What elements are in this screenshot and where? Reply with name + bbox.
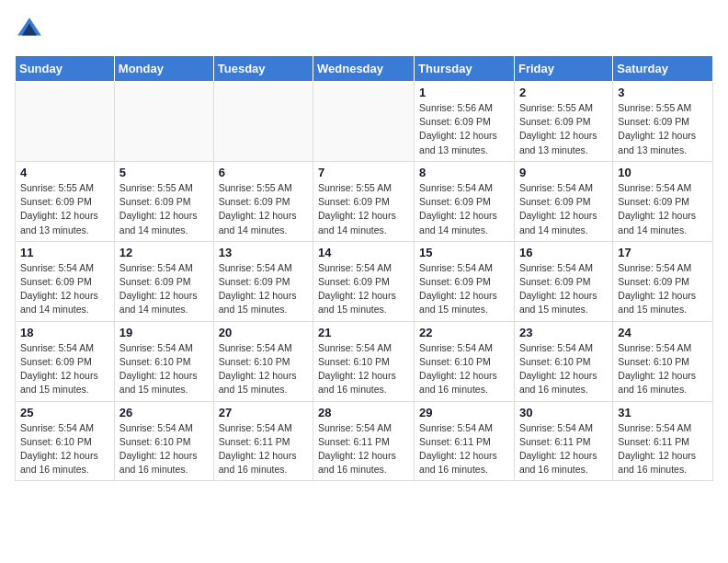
- day-detail: Sunrise: 5:54 AM Sunset: 6:09 PM Dayligh…: [618, 261, 708, 317]
- day-number: 1: [419, 86, 509, 99]
- day-number: 11: [20, 246, 109, 259]
- day-number: 20: [219, 326, 308, 339]
- day-number: 8: [419, 166, 509, 179]
- day-detail: Sunrise: 5:54 AM Sunset: 6:09 PM Dayligh…: [618, 181, 708, 237]
- calendar-cell: 17Sunrise: 5:54 AM Sunset: 6:09 PM Dayli…: [613, 241, 713, 321]
- day-number: 4: [20, 166, 109, 179]
- calendar-cell: 14Sunrise: 5:54 AM Sunset: 6:09 PM Dayli…: [313, 241, 415, 321]
- calendar-cell: 21Sunrise: 5:54 AM Sunset: 6:10 PM Dayli…: [313, 321, 415, 401]
- day-number: 21: [318, 326, 409, 339]
- calendar-cell: 2Sunrise: 5:55 AM Sunset: 6:09 PM Daylig…: [514, 82, 612, 162]
- day-number: 3: [618, 86, 708, 99]
- day-detail: Sunrise: 5:54 AM Sunset: 6:10 PM Dayligh…: [119, 421, 209, 477]
- weekday-header-friday: Friday: [514, 56, 612, 82]
- day-detail: Sunrise: 5:55 AM Sunset: 6:09 PM Dayligh…: [318, 181, 409, 237]
- calendar-cell: 31Sunrise: 5:54 AM Sunset: 6:11 PM Dayli…: [613, 401, 713, 481]
- day-number: 31: [618, 406, 708, 419]
- day-number: 13: [219, 246, 308, 259]
- day-detail: Sunrise: 5:54 AM Sunset: 6:11 PM Dayligh…: [519, 421, 608, 477]
- day-detail: Sunrise: 5:54 AM Sunset: 6:09 PM Dayligh…: [419, 261, 509, 317]
- calendar-cell: 30Sunrise: 5:54 AM Sunset: 6:11 PM Dayli…: [514, 401, 612, 481]
- calendar-cell: 23Sunrise: 5:54 AM Sunset: 6:10 PM Dayli…: [514, 321, 612, 401]
- calendar-table: SundayMondayTuesdayWednesdayThursdayFrid…: [15, 55, 713, 481]
- day-detail: Sunrise: 5:54 AM Sunset: 6:09 PM Dayligh…: [20, 341, 109, 397]
- day-number: 9: [519, 166, 608, 179]
- calendar-cell: 7Sunrise: 5:55 AM Sunset: 6:09 PM Daylig…: [313, 161, 415, 241]
- day-number: 27: [219, 406, 308, 419]
- day-detail: Sunrise: 5:54 AM Sunset: 6:09 PM Dayligh…: [519, 181, 608, 237]
- day-detail: Sunrise: 5:54 AM Sunset: 6:11 PM Dayligh…: [318, 421, 409, 477]
- logo-icon: [15, 15, 44, 44]
- day-number: 7: [318, 166, 409, 179]
- calendar-cell: 11Sunrise: 5:54 AM Sunset: 6:09 PM Dayli…: [16, 241, 115, 321]
- calendar-cell: 8Sunrise: 5:54 AM Sunset: 6:09 PM Daylig…: [415, 161, 515, 241]
- day-number: 25: [20, 406, 109, 419]
- calendar-cell: 16Sunrise: 5:54 AM Sunset: 6:09 PM Dayli…: [514, 241, 612, 321]
- day-detail: Sunrise: 5:54 AM Sunset: 6:11 PM Dayligh…: [219, 421, 308, 477]
- day-detail: Sunrise: 5:56 AM Sunset: 6:09 PM Dayligh…: [419, 101, 509, 157]
- day-detail: Sunrise: 5:54 AM Sunset: 6:10 PM Dayligh…: [318, 341, 409, 397]
- calendar-week-3: 11Sunrise: 5:54 AM Sunset: 6:09 PM Dayli…: [16, 241, 713, 321]
- day-number: 17: [618, 246, 708, 259]
- calendar-week-5: 25Sunrise: 5:54 AM Sunset: 6:10 PM Dayli…: [16, 401, 713, 481]
- day-number: 24: [618, 326, 708, 339]
- calendar-week-1: 1Sunrise: 5:56 AM Sunset: 6:09 PM Daylig…: [16, 82, 713, 162]
- calendar-cell: 19Sunrise: 5:54 AM Sunset: 6:10 PM Dayli…: [114, 321, 213, 401]
- day-detail: Sunrise: 5:54 AM Sunset: 6:10 PM Dayligh…: [119, 341, 209, 397]
- day-number: 6: [219, 166, 308, 179]
- calendar-cell: 4Sunrise: 5:55 AM Sunset: 6:09 PM Daylig…: [16, 161, 115, 241]
- day-number: 2: [519, 86, 608, 99]
- calendar-cell: 22Sunrise: 5:54 AM Sunset: 6:10 PM Dayli…: [415, 321, 515, 401]
- calendar-cell: 24Sunrise: 5:54 AM Sunset: 6:10 PM Dayli…: [613, 321, 713, 401]
- calendar-cell: [313, 82, 415, 162]
- weekday-header-wednesday: Wednesday: [313, 56, 415, 82]
- calendar-cell: 28Sunrise: 5:54 AM Sunset: 6:11 PM Dayli…: [313, 401, 415, 481]
- day-number: 14: [318, 246, 409, 259]
- calendar-week-4: 18Sunrise: 5:54 AM Sunset: 6:09 PM Dayli…: [16, 321, 713, 401]
- day-detail: Sunrise: 5:54 AM Sunset: 6:10 PM Dayligh…: [219, 341, 308, 397]
- day-detail: Sunrise: 5:55 AM Sunset: 6:09 PM Dayligh…: [20, 181, 109, 237]
- calendar-cell: 18Sunrise: 5:54 AM Sunset: 6:09 PM Dayli…: [16, 321, 115, 401]
- day-detail: Sunrise: 5:54 AM Sunset: 6:09 PM Dayligh…: [318, 261, 409, 317]
- calendar-cell: 12Sunrise: 5:54 AM Sunset: 6:09 PM Dayli…: [114, 241, 213, 321]
- calendar-cell: 13Sunrise: 5:54 AM Sunset: 6:09 PM Dayli…: [213, 241, 313, 321]
- calendar-cell: 6Sunrise: 5:55 AM Sunset: 6:09 PM Daylig…: [213, 161, 313, 241]
- calendar-cell: 26Sunrise: 5:54 AM Sunset: 6:10 PM Dayli…: [114, 401, 213, 481]
- calendar-cell: 10Sunrise: 5:54 AM Sunset: 6:09 PM Dayli…: [613, 161, 713, 241]
- day-detail: Sunrise: 5:54 AM Sunset: 6:09 PM Dayligh…: [219, 261, 308, 317]
- day-number: 10: [618, 166, 708, 179]
- calendar-cell: [16, 82, 115, 162]
- calendar-cell: [213, 82, 313, 162]
- weekday-header-saturday: Saturday: [613, 56, 713, 82]
- day-detail: Sunrise: 5:54 AM Sunset: 6:11 PM Dayligh…: [618, 421, 708, 477]
- calendar-cell: 25Sunrise: 5:54 AM Sunset: 6:10 PM Dayli…: [16, 401, 115, 481]
- calendar-cell: [114, 82, 213, 162]
- day-detail: Sunrise: 5:54 AM Sunset: 6:10 PM Dayligh…: [519, 341, 608, 397]
- calendar-cell: 27Sunrise: 5:54 AM Sunset: 6:11 PM Dayli…: [213, 401, 313, 481]
- day-number: 19: [119, 326, 209, 339]
- day-detail: Sunrise: 5:54 AM Sunset: 6:10 PM Dayligh…: [419, 341, 509, 397]
- day-number: 18: [20, 326, 109, 339]
- day-detail: Sunrise: 5:54 AM Sunset: 6:09 PM Dayligh…: [519, 261, 608, 317]
- day-detail: Sunrise: 5:54 AM Sunset: 6:10 PM Dayligh…: [20, 421, 109, 477]
- calendar-cell: 1Sunrise: 5:56 AM Sunset: 6:09 PM Daylig…: [415, 82, 515, 162]
- day-number: 16: [519, 246, 608, 259]
- day-detail: Sunrise: 5:55 AM Sunset: 6:09 PM Dayligh…: [119, 181, 209, 237]
- page-header: [15, 15, 713, 44]
- day-detail: Sunrise: 5:54 AM Sunset: 6:09 PM Dayligh…: [419, 181, 509, 237]
- weekday-header-row: SundayMondayTuesdayWednesdayThursdayFrid…: [16, 56, 713, 82]
- logo: [15, 15, 46, 44]
- day-detail: Sunrise: 5:55 AM Sunset: 6:09 PM Dayligh…: [618, 101, 708, 157]
- day-number: 12: [119, 246, 209, 259]
- weekday-header-sunday: Sunday: [16, 56, 115, 82]
- calendar-cell: 29Sunrise: 5:54 AM Sunset: 6:11 PM Dayli…: [415, 401, 515, 481]
- day-detail: Sunrise: 5:54 AM Sunset: 6:09 PM Dayligh…: [119, 261, 209, 317]
- day-number: 23: [519, 326, 608, 339]
- weekday-header-monday: Monday: [114, 56, 213, 82]
- day-detail: Sunrise: 5:55 AM Sunset: 6:09 PM Dayligh…: [519, 101, 608, 157]
- calendar-cell: 9Sunrise: 5:54 AM Sunset: 6:09 PM Daylig…: [514, 161, 612, 241]
- day-number: 28: [318, 406, 409, 419]
- day-number: 22: [419, 326, 509, 339]
- day-number: 30: [519, 406, 608, 419]
- calendar-cell: 5Sunrise: 5:55 AM Sunset: 6:09 PM Daylig…: [114, 161, 213, 241]
